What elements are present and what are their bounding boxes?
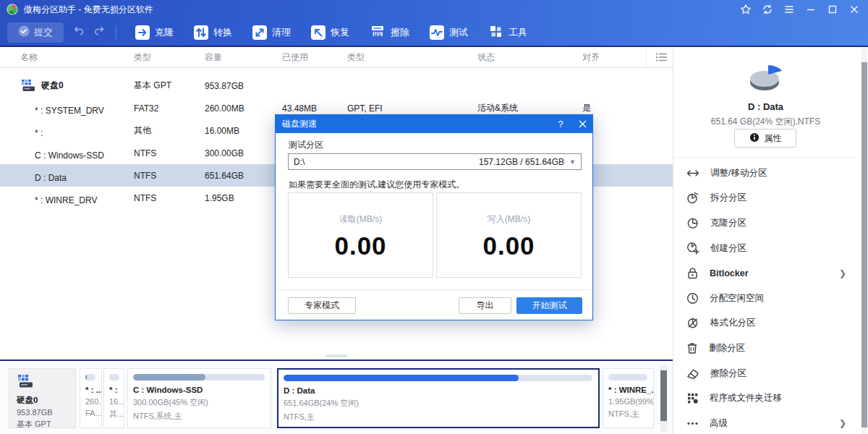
expert-mode-hint: 如果需要更全面的测试,建议您使用专家模式。 xyxy=(289,179,464,191)
maximize-icon[interactable] xyxy=(822,0,843,19)
sidebar-item-clone-partition[interactable]: 克隆分区 xyxy=(673,210,858,236)
usage-bar xyxy=(608,374,647,380)
partition-capacity: 16.... xyxy=(109,397,124,406)
partition-select[interactable]: D:\ 157.12GB / 651.64GB ▼ xyxy=(288,153,582,170)
star-icon[interactable] xyxy=(735,0,757,19)
sidebar-item-label: 分配空闲空间 xyxy=(710,292,764,305)
sidebar-item-eraser[interactable]: 擦除分区 xyxy=(673,361,858,386)
partition-capacity: 260... xyxy=(85,397,101,406)
dialog-close-icon[interactable] xyxy=(571,114,593,133)
sidebar-scrollbar-thumb[interactable] xyxy=(861,62,867,427)
table-header[interactable]: 名称类型容量已使用类型状态对齐 xyxy=(0,47,673,68)
usage-bar-fill xyxy=(133,374,205,380)
export-button[interactable]: 导出 xyxy=(459,297,511,314)
toolbar-button-clean[interactable]: 清理 xyxy=(242,22,301,43)
row-cell: 651.64GB xyxy=(205,171,282,181)
diskmap-partition[interactable]: * : WINRE_...1.95GB(99%...NTFS,主 xyxy=(603,368,654,428)
row-cell: NTFS xyxy=(134,171,205,181)
toolbar-button-tools[interactable]: 工具 xyxy=(478,22,537,43)
properties-button[interactable]: 属性 xyxy=(734,129,796,148)
submit-button[interactable]: 提交 xyxy=(7,22,64,43)
row-cell: NTFS xyxy=(134,148,205,158)
header: 傲梅分区助手 - 免费无损分区软件 提交 克隆转换清理恢复擦除测试工具 xyxy=(0,0,868,47)
disk-icon xyxy=(17,379,34,391)
toolbar-button-convert[interactable]: 转换 xyxy=(184,22,242,43)
redo-icon[interactable] xyxy=(93,25,106,39)
sidebar-partition-name: D : Data xyxy=(673,101,858,112)
diskmap-partition[interactable]: * : ...260...FA... xyxy=(80,368,102,428)
split-partition-icon xyxy=(686,192,699,204)
sidebar-item-label: 拆分分区 xyxy=(710,192,746,204)
column-header[interactable]: 名称 xyxy=(20,51,134,64)
titlebar[interactable]: 傲梅分区助手 - 免费无损分区软件 xyxy=(0,0,868,19)
partition-capacity: 300.00GB(45% 空闲) xyxy=(133,397,271,408)
column-header[interactable]: 已使用 xyxy=(282,51,347,64)
column-header[interactable]: 类型 xyxy=(347,51,477,64)
toolbar-button-clone[interactable]: 克隆 xyxy=(125,22,184,43)
partition-name: * : WINRE_... xyxy=(608,386,653,394)
dialog-title: 磁盘测速 xyxy=(282,118,317,130)
diskmap-scrollbar-thumb[interactable] xyxy=(660,370,667,421)
toolbar-divider xyxy=(116,25,116,40)
sidebar-item-create-partition[interactable]: 创建分区 xyxy=(673,236,858,261)
lock-icon xyxy=(686,267,699,279)
undo-icon[interactable] xyxy=(74,25,86,39)
toolbar-button-erase[interactable]: 擦除 xyxy=(359,22,420,43)
sidebar-actions: 调整/移动分区拆分分区克隆分区创建分区Bitlocker❯分配空闲空间格式化分区… xyxy=(673,161,858,434)
column-header[interactable]: 状态 xyxy=(477,51,582,64)
disk-name: 硬盘0 xyxy=(17,395,75,406)
sidebar-item-label: 创建分区 xyxy=(710,242,746,255)
read-speed-value: 0.00 xyxy=(289,231,433,260)
toolbar-button-label: 恢复 xyxy=(331,26,349,39)
partition-capacity: 1.95GB(99%... xyxy=(608,397,653,406)
diskmap-partition[interactable]: D : Data651.64GB(24% 空闲)NTFS,主 xyxy=(277,368,600,428)
column-header[interactable]: 类型 xyxy=(134,51,205,64)
dialog-help-button[interactable]: ? xyxy=(550,114,571,133)
disk-speed-dialog: 磁盘测速 ? 测试分区 D:\ 157.12GB / 651.64GB ▼ 如果… xyxy=(275,114,593,320)
expert-mode-button[interactable]: 专家模式 xyxy=(288,297,356,314)
toolbar-button-label: 克隆 xyxy=(155,26,174,39)
sidebar-item-split-partition[interactable]: 拆分分区 xyxy=(673,186,858,211)
sidebar-item-migrate[interactable]: 程序或文件夹迁移 xyxy=(673,386,858,411)
allocate-space-icon xyxy=(686,292,699,305)
sidebar-item-trash[interactable]: 删除分区 xyxy=(673,336,858,361)
eraser-icon xyxy=(686,367,699,379)
column-header[interactable]: 容量 xyxy=(205,51,282,64)
row-cell: 953.87GB xyxy=(205,81,282,91)
migrate-icon xyxy=(686,392,699,404)
menu-icon[interactable] xyxy=(778,0,800,19)
clone-icon xyxy=(135,25,150,40)
chevron-right-icon: ❯ xyxy=(839,268,858,278)
diskmap-partition[interactable]: * :16....其... xyxy=(103,368,124,428)
trash-icon xyxy=(686,342,698,354)
sidebar-item-resize-move[interactable]: 调整/移动分区 xyxy=(673,161,858,186)
minimize-icon[interactable] xyxy=(800,0,822,19)
tools-icon xyxy=(488,24,503,41)
start-test-button[interactable]: 开始测试 xyxy=(516,297,582,314)
sidebar-item-lock[interactable]: Bitlocker❯ xyxy=(673,260,858,286)
close-icon[interactable] xyxy=(843,0,865,19)
toolbar-buttons: 克隆转换清理恢复擦除测试工具 xyxy=(125,22,537,43)
sync-icon[interactable] xyxy=(757,0,778,19)
toolbar-button-test[interactable]: 测试 xyxy=(420,22,478,43)
history-buttons xyxy=(74,25,106,39)
read-speed-panel: 读取(MB/s) 0.00 xyxy=(288,192,433,278)
row-cell: GPT, EFI xyxy=(347,103,477,114)
panel-resize-handle[interactable] xyxy=(326,354,347,357)
column-header[interactable]: 对齐 xyxy=(582,51,646,64)
sidebar-item-allocate-space[interactable]: 分配空闲空间 xyxy=(673,286,858,311)
sidebar-item-format-partition[interactable]: 格式化分区 xyxy=(673,311,858,336)
partition-capacity: 651.64GB(24% 空闲) xyxy=(284,398,598,409)
disk-type: 基本 GPT xyxy=(17,419,75,430)
table-row[interactable]: 硬盘0基本 GPT953.87GB xyxy=(0,75,673,97)
partition-select-value: D:\ xyxy=(294,157,305,167)
disk-info-block[interactable]: 硬盘0 953.87GB 基本 GPT xyxy=(9,368,76,428)
diskmap-partition[interactable]: C : Windows-SSD300.00GB(45% 空闲)NTFS,系统,主 xyxy=(127,368,271,428)
sidebar-item-label: 高级 xyxy=(710,417,728,430)
row-name: * : xyxy=(20,123,134,138)
toolbar-button-recover[interactable]: 恢复 xyxy=(301,22,359,43)
partition-usage-pie-icon xyxy=(673,60,858,96)
erase-icon xyxy=(370,23,386,41)
sidebar-item-more[interactable]: 高级❯ xyxy=(673,411,858,434)
dialog-titlebar[interactable]: 磁盘测速 ? xyxy=(275,114,593,133)
